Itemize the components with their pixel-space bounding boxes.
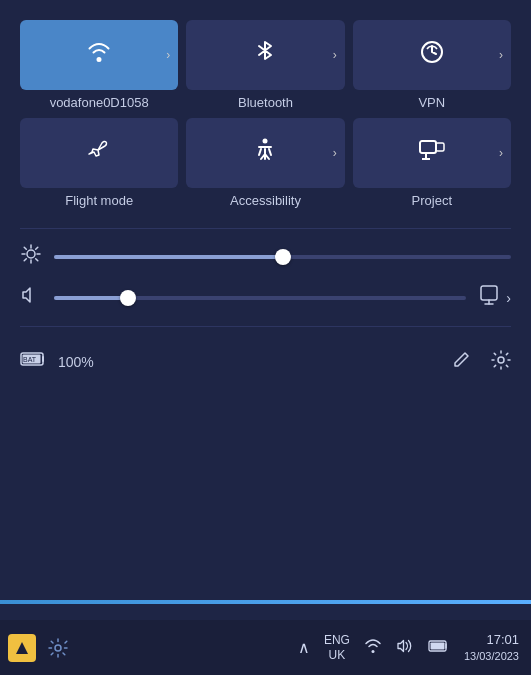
project-tile-wrapper: › Project xyxy=(353,118,511,208)
svg-line-15 xyxy=(36,247,38,249)
accessibility-tile-wrapper: › Accessibility xyxy=(186,118,344,208)
volume-track[interactable] xyxy=(54,296,466,300)
brightness-thumb[interactable] xyxy=(275,249,291,265)
bottom-info-bar: BAT 100% xyxy=(20,337,511,387)
volume-device-arrow[interactable]: › xyxy=(506,290,511,306)
battery-icon: BAT xyxy=(20,349,48,375)
wifi-tile-wrapper: › vodafone0D1058 xyxy=(20,20,178,110)
taskbar-time: 17:01 xyxy=(486,631,519,649)
brightness-track[interactable] xyxy=(54,255,511,259)
bluetooth-icon xyxy=(255,39,275,71)
volume-thumb[interactable] xyxy=(120,290,136,306)
svg-rect-26 xyxy=(430,642,444,649)
project-label: Project xyxy=(353,193,511,208)
svg-point-23 xyxy=(498,357,504,363)
wifi-expand-arrow[interactable]: › xyxy=(166,48,170,62)
bluetooth-expand-arrow[interactable]: › xyxy=(333,48,337,62)
flight-mode-label: Flight mode xyxy=(20,193,178,208)
svg-text:BAT: BAT xyxy=(23,356,37,363)
vpn-label: VPN xyxy=(353,95,511,110)
svg-point-24 xyxy=(55,645,61,651)
brightness-fill xyxy=(54,255,283,259)
svg-line-3 xyxy=(269,149,271,155)
svg-line-2 xyxy=(259,149,261,155)
svg-rect-17 xyxy=(481,286,497,300)
taskbar-lang-top: ENG xyxy=(324,633,350,647)
divider-2 xyxy=(20,326,511,327)
flight-mode-tile-wrapper: Flight mode xyxy=(20,118,178,208)
volume-slider-section: › xyxy=(20,284,511,311)
taskbar-left xyxy=(8,632,74,664)
volume-device-icon xyxy=(478,284,500,311)
project-icon xyxy=(418,139,446,167)
vpn-expand-arrow[interactable]: › xyxy=(499,48,503,62)
svg-line-13 xyxy=(24,247,26,249)
tiles-grid: › vodafone0D1058 › Bluetooth xyxy=(20,20,511,208)
taskbar-lang-bottom: UK xyxy=(329,648,346,662)
svg-rect-5 xyxy=(436,143,444,151)
edit-button[interactable] xyxy=(451,350,471,375)
volume-extra: › xyxy=(478,284,511,311)
taskbar-app-icon-1[interactable] xyxy=(8,634,36,662)
brightness-slider-section xyxy=(20,244,511,269)
svg-line-16 xyxy=(24,259,26,261)
project-tile[interactable]: › xyxy=(353,118,511,188)
taskbar-language[interactable]: ENG UK xyxy=(320,633,354,662)
taskbar-date: 13/03/2023 xyxy=(464,649,519,664)
volume-fill xyxy=(54,296,128,300)
accessibility-tile[interactable]: › xyxy=(186,118,344,188)
accessibility-label: Accessibility xyxy=(186,193,344,208)
vpn-icon xyxy=(419,39,445,71)
accent-line xyxy=(0,600,531,604)
project-expand-arrow[interactable]: › xyxy=(499,146,503,160)
taskbar-settings-icon[interactable] xyxy=(42,632,74,664)
vpn-tile-wrapper: › VPN xyxy=(353,20,511,110)
svg-line-14 xyxy=(36,259,38,261)
wifi-label: vodafone0D1058 xyxy=(20,95,178,110)
flight-mode-icon xyxy=(86,137,112,169)
brightness-icon xyxy=(20,244,42,269)
vpn-tile[interactable]: › xyxy=(353,20,511,90)
taskbar-volume-icon[interactable] xyxy=(392,638,418,658)
flight-mode-tile[interactable] xyxy=(20,118,178,188)
taskbar-clock[interactable]: 17:01 13/03/2023 xyxy=(460,631,523,665)
svg-point-1 xyxy=(263,139,268,144)
divider-1 xyxy=(20,228,511,229)
accessibility-expand-arrow[interactable]: › xyxy=(333,146,337,160)
bluetooth-label: Bluetooth xyxy=(186,95,344,110)
taskbar-wifi-icon[interactable] xyxy=(360,638,386,658)
bluetooth-tile-wrapper: › Bluetooth xyxy=(186,20,344,110)
taskbar-chevron[interactable]: ∧ xyxy=(298,638,310,657)
accessibility-icon xyxy=(252,137,278,169)
bluetooth-tile[interactable]: › xyxy=(186,20,344,90)
battery-percent: 100% xyxy=(58,354,441,370)
settings-button[interactable] xyxy=(491,350,511,375)
wifi-icon xyxy=(86,41,112,69)
taskbar: ∧ ENG UK 17:01 13/03/2023 xyxy=(0,620,531,675)
svg-rect-4 xyxy=(420,141,436,153)
volume-icon xyxy=(20,286,42,309)
wifi-tile[interactable]: › xyxy=(20,20,178,90)
svg-point-8 xyxy=(27,250,35,258)
taskbar-battery-icon[interactable] xyxy=(424,638,454,658)
quick-settings-panel: › vodafone0D1058 › Bluetooth xyxy=(0,0,531,620)
